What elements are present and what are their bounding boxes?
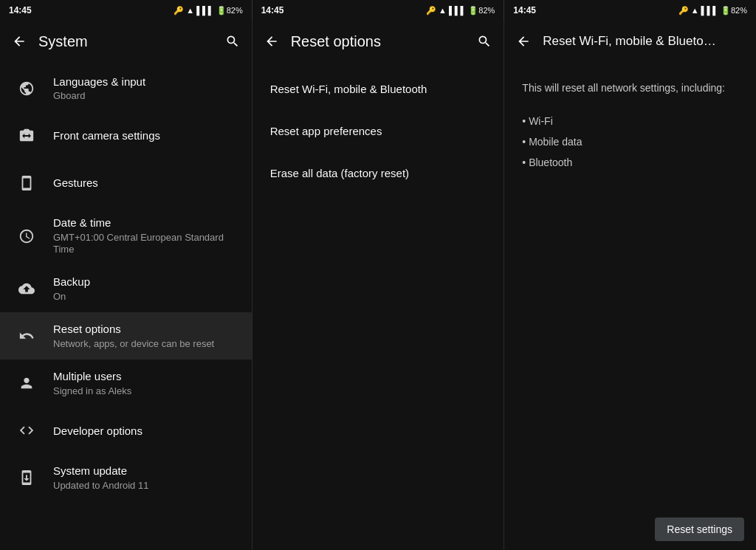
- sidebar-item-backup[interactable]: Backup On: [0, 265, 252, 312]
- developer-options-text: Developer options: [53, 424, 240, 439]
- sidebar-item-reset-options[interactable]: Reset options Network, apps, or device c…: [0, 312, 252, 360]
- wifi-icon-1: ▲: [186, 6, 194, 15]
- panel-system-header: System: [0, 21, 252, 62]
- reset-option-app-preferences[interactable]: Reset app preferences: [252, 110, 504, 152]
- gestures-title: Gestures: [53, 176, 240, 190]
- wifi-list-item-wifi: • Wi-Fi: [522, 111, 738, 131]
- signal-icon-3: ▌▌▌: [701, 6, 718, 15]
- sidebar-item-multiple-users[interactable]: Multiple users Signed in as Aleks: [0, 360, 252, 407]
- status-icons-1: 🔑 ▲ ▌▌▌ 🔋82%: [173, 6, 242, 16]
- key-icon-3: 🔑: [678, 6, 689, 16]
- system-back-button[interactable]: [6, 28, 32, 55]
- sidebar-item-languages[interactable]: Languages & input Gboard: [0, 65, 252, 112]
- status-icons-3: 🔑 ▲ ▌▌▌ 🔋82%: [678, 6, 747, 16]
- date-time-text: Date & time GMT+01:00 Central European S…: [53, 216, 240, 256]
- system-update-subtitle: Updated to Android 11: [53, 480, 240, 492]
- time-1: 14:45: [9, 5, 32, 16]
- gestures-text: Gestures: [53, 176, 240, 190]
- battery-icon-1: 🔋82%: [216, 6, 243, 16]
- signal-icon-1: ▌▌▌: [196, 6, 213, 15]
- status-segment-3: 14:45 🔑 ▲ ▌▌▌ 🔋82%: [504, 0, 756, 21]
- system-search-button[interactable]: [219, 28, 246, 55]
- reset-options-panel-title: Reset options: [291, 33, 466, 50]
- sidebar-item-developer-options[interactable]: Developer options: [0, 407, 252, 454]
- reset-wifi-description: This will reset all network settings, in…: [522, 80, 738, 96]
- reset-wifi-detail-content: This will reset all network settings, in…: [504, 62, 756, 509]
- status-icons-2: 🔑 ▲ ▌▌▌ 🔋82%: [426, 6, 495, 16]
- reset-icon: [12, 321, 41, 351]
- multiple-users-text: Multiple users Signed in as Aleks: [53, 369, 240, 397]
- battery-icon-3: 🔋82%: [721, 6, 747, 16]
- reset-option-wifi[interactable]: Reset Wi-Fi, mobile & Bluetooth: [252, 68, 504, 110]
- backup-subtitle: On: [53, 291, 240, 303]
- reset-btn-container: Reset settings: [504, 509, 756, 550]
- multiple-users-title: Multiple users: [53, 369, 240, 384]
- sidebar-item-front-camera[interactable]: Front camera settings: [0, 112, 252, 159]
- reset-options-search-button[interactable]: [471, 28, 498, 55]
- wifi-list-item-bluetooth: • Bluetooth: [522, 152, 738, 173]
- wifi-icon-3: ▲: [691, 6, 699, 15]
- reset-options-text: Reset options Network, apps, or device c…: [53, 322, 240, 350]
- reset-settings-button[interactable]: Reset settings: [655, 518, 744, 541]
- signal-icon-2: ▌▌▌: [449, 6, 466, 15]
- status-segment-1: 14:45 🔑 ▲ ▌▌▌ 🔋82%: [0, 0, 252, 21]
- reset-options-title: Reset options: [53, 322, 240, 337]
- multiple-users-subtitle: Signed in as Aleks: [53, 385, 240, 398]
- system-settings-list: Languages & input Gboard Front camera se…: [0, 62, 252, 550]
- reset-options-subtitle: Network, apps, or device can be reset: [53, 338, 240, 351]
- reset-options-back-button[interactable]: [258, 28, 285, 55]
- backup-text: Backup On: [53, 275, 240, 303]
- front-camera-text: Front camera settings: [53, 128, 240, 143]
- status-bar: 14:45 🔑 ▲ ▌▌▌ 🔋82% 14:45 🔑 ▲ ▌▌▌ 🔋82% 14…: [0, 0, 756, 21]
- sidebar-item-gestures[interactable]: Gestures: [0, 159, 252, 207]
- panels-container: System Languages & input Gboard: [0, 21, 756, 550]
- reset-wifi-back-button[interactable]: [510, 28, 537, 55]
- panel-reset-options-header: Reset options: [252, 21, 504, 62]
- code-icon: [12, 416, 41, 445]
- globe-icon: [12, 74, 41, 103]
- key-icon-2: 🔑: [426, 6, 436, 16]
- developer-options-title: Developer options: [53, 424, 240, 439]
- reset-option-erase-all-data[interactable]: Erase all data (factory reset): [252, 152, 504, 194]
- sidebar-item-date-time[interactable]: Date & time GMT+01:00 Central European S…: [0, 207, 252, 265]
- system-panel-title: System: [38, 33, 213, 50]
- system-update-title: System update: [53, 464, 240, 478]
- sidebar-item-system-update[interactable]: System update Updated to Android 11: [0, 454, 252, 501]
- key-icon-1: 🔑: [173, 6, 184, 16]
- time-3: 14:45: [513, 5, 536, 16]
- battery-icon-2: 🔋82%: [468, 6, 495, 16]
- front-camera-title: Front camera settings: [53, 128, 240, 143]
- date-time-title: Date & time: [53, 216, 240, 230]
- reset-options-list: Reset Wi-Fi, mobile & Bluetooth Reset ap…: [252, 62, 504, 550]
- languages-subtitle: Gboard: [53, 90, 240, 103]
- clock-icon: [12, 221, 41, 251]
- person-icon: [12, 368, 41, 398]
- system-update-text: System update Updated to Android 11: [53, 464, 240, 492]
- camera-front-icon: [12, 121, 41, 151]
- languages-text: Languages & input Gboard: [53, 75, 240, 103]
- languages-title: Languages & input: [53, 75, 240, 89]
- panel-reset-options: Reset options Reset Wi-Fi, mobile & Blue…: [252, 21, 505, 550]
- panel-reset-wifi-detail: Reset Wi-Fi, mobile & Blueto… This will …: [504, 21, 756, 550]
- reset-wifi-panel-title: Reset Wi-Fi, mobile & Blueto…: [543, 34, 750, 49]
- date-time-subtitle: GMT+01:00 Central European Standard Time: [53, 232, 240, 257]
- backup-icon: [12, 274, 41, 303]
- status-segment-2: 14:45 🔑 ▲ ▌▌▌ 🔋82%: [252, 0, 504, 21]
- panel-system: System Languages & input Gboard: [0, 21, 252, 550]
- wifi-icon-2: ▲: [439, 6, 447, 15]
- system-update-icon: [12, 463, 41, 492]
- backup-title: Backup: [53, 275, 240, 289]
- reset-wifi-list: • Wi-Fi • Mobile data • Bluetooth: [522, 111, 738, 173]
- panel-reset-wifi-header: Reset Wi-Fi, mobile & Blueto…: [504, 21, 756, 62]
- time-2: 14:45: [261, 5, 284, 16]
- wifi-list-item-mobile-data: • Mobile data: [522, 131, 738, 152]
- gestures-icon: [12, 168, 41, 198]
